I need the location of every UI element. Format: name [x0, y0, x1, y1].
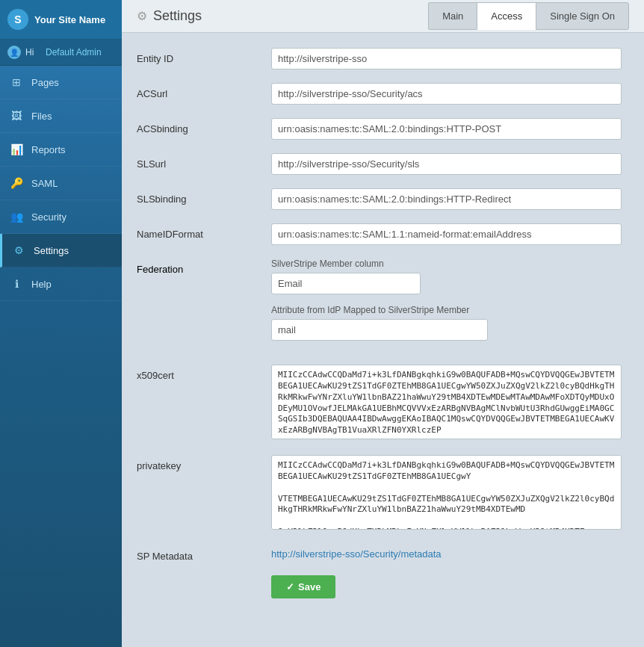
pages-icon: ⊞	[9, 75, 24, 90]
sls-binding-row: SLSbinding	[137, 188, 622, 210]
main-panel: ⚙ Settings Main Access Single Sign On En…	[122, 0, 644, 647]
settings-icon: ⚙	[11, 243, 26, 258]
federation-label: Federation	[137, 259, 271, 275]
federation-right: SilverStripe Member column Attribute fro…	[271, 259, 622, 351]
header-tabs: Main Access Single Sign On	[428, 2, 629, 30]
tab-single-sign-on[interactable]: Single Sign On	[536, 2, 629, 30]
sidebar-user: 👤 Hi Default Admin	[0, 40, 122, 66]
sidebar-item-reports[interactable]: 📊 Reports	[0, 133, 122, 167]
sidebar-item-label-settings: Settings	[34, 245, 69, 256]
sidebar-item-saml[interactable]: 🔑 SAML	[0, 167, 122, 200]
sidebar-item-security[interactable]: 👥 Security	[0, 200, 122, 234]
sidebar-item-label-saml: SAML	[31, 178, 58, 189]
acs-url-label: ACSurl	[137, 83, 271, 99]
sidebar-item-files[interactable]: 🖼 Files	[0, 99, 122, 133]
sidebar-item-label-pages: Pages	[31, 77, 59, 88]
saml-icon: 🔑	[9, 176, 24, 191]
save-icon: ✓	[286, 581, 294, 592]
user-link[interactable]: Default Admin	[46, 47, 102, 58]
idp-mapped-input[interactable]	[271, 319, 488, 341]
site-name: Your Site Name	[34, 14, 105, 25]
reports-icon: 📊	[9, 142, 24, 157]
x509cert-row: x509cert MIICzCCAdwCCQDaMd7i+k3LfDANBgkq…	[137, 365, 622, 442]
x509cert-label: x509cert	[137, 365, 271, 381]
privatekey-label: privatekey	[137, 455, 271, 471]
sidebar-item-label-help: Help	[31, 279, 52, 290]
page-header: ⚙ Settings Main Access Single Sign On	[122, 0, 644, 33]
sidebar-item-label-reports: Reports	[31, 144, 66, 155]
acs-binding-input[interactable]	[271, 118, 622, 140]
acs-binding-label: ACSbinding	[137, 118, 271, 134]
entity-id-input[interactable]	[271, 48, 622, 69]
privatekey-row: privatekey MIICzCCAdwCCQDaMd7i+k3LfDANBg…	[137, 455, 622, 532]
save-label: Save	[298, 581, 321, 592]
sidebar-nav: ⊞ Pages 🖼 Files 📊 Reports 🔑 SAML 👥 Secur…	[0, 66, 122, 647]
sidebar-item-help[interactable]: ℹ Help	[0, 267, 122, 301]
sidebar: S Your Site Name 👤 Hi Default Admin ⊞ Pa…	[0, 0, 122, 647]
header-settings-icon: ⚙	[137, 9, 147, 23]
nameid-format-input[interactable]	[271, 223, 622, 245]
page-title: Settings	[153, 8, 428, 24]
x509cert-wrapper: MIICzCCAdwCCQDaMd7i+k3LfDANBgkqhkiG9w0BA…	[271, 365, 622, 442]
tab-access[interactable]: Access	[477, 2, 536, 30]
sidebar-logo[interactable]: S Your Site Name	[0, 0, 122, 40]
member-column-input[interactable]	[271, 273, 421, 294]
user-icon: 👤	[7, 46, 21, 59]
sp-metadata-row: SP Metadata http://silverstripe-sso/Secu…	[137, 545, 622, 562]
security-icon: 👥	[9, 209, 24, 224]
federation-row: Federation SilverStripe Member column At…	[137, 259, 622, 351]
federation-section: Federation SilverStripe Member column At…	[137, 259, 622, 351]
sidebar-item-label-files: Files	[31, 111, 52, 122]
sls-url-input[interactable]	[271, 153, 622, 175]
save-row: ✓ Save	[137, 575, 622, 598]
sp-metadata-link[interactable]: http://silverstripe-sso/Security/metadat…	[271, 548, 442, 560]
sls-url-label: SLSurl	[137, 153, 271, 170]
sls-binding-label: SLSbinding	[137, 188, 271, 205]
user-prefix: Hi	[25, 47, 34, 58]
nameid-format-row: NameIDFormat	[137, 223, 622, 245]
entity-id-row: Entity ID	[137, 48, 622, 69]
sidebar-item-label-security: Security	[31, 211, 66, 223]
privatekey-input[interactable]: MIICzCCAdwCCQDaMd7i+k3LfDANBgkqhkiG9w0BA…	[271, 455, 622, 530]
sidebar-item-settings[interactable]: ⚙ Settings	[0, 234, 122, 267]
idp-mapped-label: Attribute from IdP Mapped to SilverStrip…	[271, 305, 622, 315]
entity-id-label: Entity ID	[137, 48, 271, 64]
help-icon: ℹ	[9, 276, 24, 291]
sls-url-row: SLSurl	[137, 153, 622, 175]
acs-binding-row: ACSbinding	[137, 118, 622, 140]
save-button[interactable]: ✓ Save	[271, 575, 335, 598]
logo-icon: S	[7, 9, 28, 30]
settings-content: Entity ID ACSurl ACSbinding SLSurl SLSbi…	[122, 33, 644, 647]
x509cert-input[interactable]: MIICzCCAdwCCQDaMd7i+k3LfDANBgkqhkiG9w0BA…	[271, 365, 622, 439]
member-column-label: SilverStripe Member column	[271, 259, 622, 269]
acs-url-row: ACSurl	[137, 83, 622, 105]
files-icon: 🖼	[9, 108, 24, 123]
sp-metadata-label: SP Metadata	[137, 545, 271, 562]
tab-main[interactable]: Main	[428, 2, 477, 30]
privatekey-wrapper: MIICzCCAdwCCQDaMd7i+k3LfDANBgkqhkiG9w0BA…	[271, 455, 622, 532]
acs-url-input[interactable]	[271, 83, 622, 105]
nameid-format-label: NameIDFormat	[137, 223, 271, 240]
sls-binding-input[interactable]	[271, 188, 622, 210]
sidebar-item-pages[interactable]: ⊞ Pages	[0, 66, 122, 99]
